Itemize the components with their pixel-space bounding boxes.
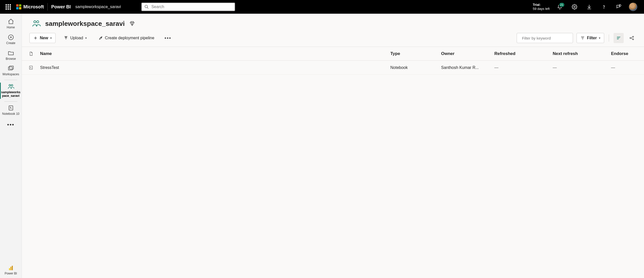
row-name: StressTest [40,65,390,70]
col-endorse[interactable]: Endorse [611,51,641,56]
notebook-icon [8,105,14,111]
svg-rect-6 [8,67,12,70]
global-search[interactable] [141,3,235,11]
filter-icon [580,36,585,40]
svg-rect-12 [10,267,11,270]
col-name[interactable]: Name [40,51,390,56]
row-next-refresh: — [553,65,611,70]
rail-current-workspace-label: sampleworkspace_saravi [1,91,21,98]
rail-powerbi[interactable]: Power BI [0,263,22,278]
svg-point-0 [145,5,148,8]
upload-button[interactable]: Upload ▾ [60,33,90,43]
main-content: sampleworkspace_saravi New ▾ Upload [22,14,644,278]
premium-diamond-icon[interactable] [129,21,135,26]
rail-create-label: Create [6,42,15,45]
header-divider [47,3,48,11]
workspaces-icon [8,65,14,72]
col-type[interactable]: Type [390,51,441,56]
rail-divider [4,80,17,80]
svg-point-14 [34,21,36,23]
app-launcher-button[interactable] [2,1,14,13]
col-refreshed[interactable]: Refreshed [494,51,553,56]
powerbi-icon [8,265,14,271]
svg-rect-13 [12,266,13,270]
global-search-input[interactable] [151,5,232,9]
feedback-button[interactable] [614,2,623,11]
people-icon [8,83,14,90]
new-button-label: New [40,36,48,40]
notification-badge: 21 [559,2,565,7]
new-button[interactable]: New ▾ [29,33,56,43]
rocket-icon [98,36,103,40]
trial-status[interactable]: Trial: 59 days left [533,3,550,11]
toolbar-right: Filter ▾ [517,33,636,43]
download-icon [586,4,592,10]
workspace-title: sampleworkspace_saravi [45,20,125,28]
gear-icon [572,4,577,10]
rail-home-label: Home [7,26,15,29]
rail-browse-label: Browse [6,57,16,61]
top-header: Microsoft Power BI sampleworkspace_sarav… [0,0,644,14]
folder-icon [8,50,14,56]
table-row[interactable]: StressTest Notebook Santhosh Kumar R... … [22,61,644,75]
header-right: Trial: 59 days left 21 [533,2,642,11]
rail-create[interactable]: Create [0,32,22,48]
microsoft-squares-icon [16,4,21,9]
items-table: Name Type Owner Refreshed Next refresh E… [22,47,644,75]
toolbar-separator [609,34,609,42]
svg-point-9 [11,85,13,86]
plus-circle-icon [8,34,14,41]
col-owner[interactable]: Owner [441,51,494,56]
rail-divider-2 [4,101,17,102]
toolbar-more-button[interactable]: ••• [162,33,173,43]
waffle-icon [6,4,11,10]
create-pipeline-button[interactable]: Create deployment pipeline [95,33,158,43]
downloads-button[interactable] [585,2,594,11]
workspace-header: sampleworkspace_saravi [22,14,644,30]
settings-button[interactable] [570,2,579,11]
col-icon [22,51,40,56]
filter-button-label: Filter [587,36,597,40]
search-icon [144,5,149,9]
body: Home Create Browse Workspaces samp [0,14,644,278]
filter-keyword-input-wrap[interactable] [517,33,573,43]
row-refreshed: — [494,65,553,70]
chevron-down-icon: ▾ [599,36,600,40]
row-owner: Santhosh Kumar R... [441,65,494,70]
svg-point-16 [101,37,101,38]
filter-keyword-input[interactable] [522,36,570,40]
table-header: Name Type Owner Refreshed Next refresh E… [22,47,644,61]
help-button[interactable] [599,2,608,11]
svg-point-8 [9,85,11,86]
col-next-refresh[interactable]: Next refresh [553,51,611,56]
header-breadcrumb[interactable]: sampleworkspace_saravi [75,5,121,9]
rail-workspaces-label: Workspaces [3,73,19,76]
chevron-down-icon: ▾ [85,36,87,40]
rail-browse[interactable]: Browse [0,48,22,63]
home-icon [8,18,14,25]
filter-button[interactable]: Filter ▾ [577,33,604,43]
chevron-down-icon: ▾ [50,36,52,40]
list-icon [616,35,621,41]
microsoft-logo[interactable]: Microsoft [16,4,44,10]
svg-point-3 [604,8,604,8]
trial-days: 59 days left [533,7,550,11]
rail-powerbi-label: Power BI [5,272,17,275]
rail-notebook-recent[interactable]: Notebook 10 [0,103,22,118]
list-view-toggle[interactable] [614,33,624,43]
trial-label: Trial: [533,3,550,7]
user-avatar[interactable] [629,3,637,11]
row-type-icon [22,65,40,70]
rail-home[interactable]: Home [0,16,22,32]
upload-icon [64,36,68,40]
file-icon [29,51,33,56]
product-name[interactable]: Power BI [51,4,71,10]
rail-workspaces[interactable]: Workspaces [0,63,22,79]
rail-more-button[interactable]: ••• [4,118,18,131]
left-rail: Home Create Browse Workspaces samp [0,14,22,278]
microsoft-label: Microsoft [23,4,44,10]
lineage-view-button[interactable] [627,33,636,43]
rail-current-workspace[interactable]: sampleworkspace_saravi [0,81,22,100]
svg-line-1 [147,8,148,9]
notifications-button[interactable]: 21 [555,2,564,11]
